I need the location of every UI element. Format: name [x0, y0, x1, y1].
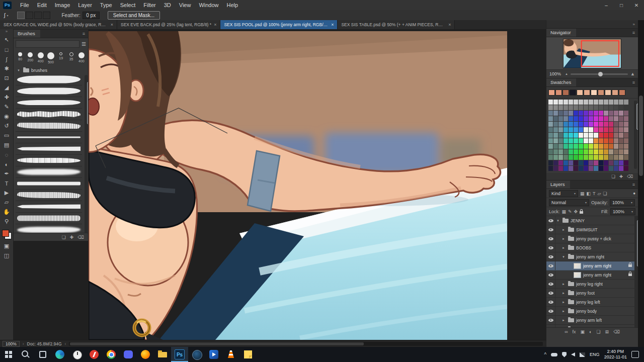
color-swatch[interactable]: [594, 138, 598, 143]
tab-brushes[interactable]: Brushes: [14, 30, 40, 38]
color-swatch[interactable]: [624, 155, 628, 160]
color-swatch[interactable]: [594, 144, 598, 149]
color-swatch[interactable]: [574, 127, 578, 132]
tab-close-icon[interactable]: ×: [111, 22, 113, 27]
color-swatch[interactable]: [553, 122, 558, 127]
color-swatch[interactable]: [584, 127, 588, 132]
expand-arrow-icon[interactable]: ▸: [561, 318, 566, 322]
expand-arrow-icon[interactable]: ▾: [561, 255, 566, 259]
taskbar-task-view-icon[interactable]: [34, 347, 51, 362]
color-swatch[interactable]: [558, 122, 563, 127]
color-swatch[interactable]: [614, 100, 618, 105]
panel-menu-icon[interactable]: ≡: [632, 182, 638, 187]
filter-pixel-layers-icon[interactable]: ▦: [580, 191, 585, 196]
menu-layer[interactable]: Layer: [74, 0, 96, 10]
color-swatch[interactable]: [624, 133, 628, 138]
menu-edit[interactable]: Edit: [33, 0, 51, 10]
expand-arrow-icon[interactable]: ▸: [561, 300, 566, 304]
color-swatch[interactable]: [579, 105, 583, 110]
visibility-toggle[interactable]: [546, 298, 555, 306]
filter-smart-objects-icon[interactable]: ❏: [603, 191, 607, 196]
menu-select[interactable]: Select: [116, 0, 140, 10]
eyedropper-tool[interactable]: ◢: [0, 83, 13, 93]
color-swatch[interactable]: [579, 122, 583, 127]
document-tab[interactable]: SEX EVE BACK.psd @ 25% (lag tent, RGB/8)…: [117, 20, 220, 29]
color-swatch[interactable]: [599, 116, 603, 121]
color-swatch[interactable]: [598, 89, 604, 96]
color-swatch[interactable]: [609, 133, 613, 138]
color-swatch[interactable]: [614, 149, 618, 154]
tray-expand-icon[interactable]: ^: [544, 352, 546, 357]
color-swatch[interactable]: [614, 155, 618, 160]
color-swatch[interactable]: [579, 149, 583, 154]
color-swatch[interactable]: [624, 122, 628, 127]
color-swatch[interactable]: [589, 144, 593, 149]
color-swatch[interactable]: [614, 133, 618, 138]
color-swatch[interactable]: [594, 100, 598, 105]
color-swatch[interactable]: [548, 133, 553, 138]
color-swatch[interactable]: [589, 105, 593, 110]
color-swatch[interactable]: [609, 138, 613, 143]
expand-arrow-icon[interactable]: ▾: [555, 219, 560, 223]
color-swatch[interactable]: [558, 166, 563, 171]
color-swatch[interactable]: [555, 89, 562, 96]
document-tab[interactable]: SEX SIS TABLE.psd @ 50% (+ + ANIM PIECES…: [338, 20, 455, 29]
tab-close-icon[interactable]: ×: [448, 22, 451, 27]
color-swatch[interactable]: [619, 155, 623, 160]
visibility-toggle[interactable]: [546, 270, 555, 279]
color-swatch[interactable]: [594, 149, 598, 154]
color-swatch[interactable]: [574, 100, 578, 105]
filter-shape-layers-icon[interactable]: ▱: [598, 191, 601, 196]
layer-row[interactable]: ▾jenny arm right: [546, 252, 638, 261]
color-swatch[interactable]: [562, 89, 569, 96]
lock-transparency-icon[interactable]: ▦: [562, 209, 567, 214]
vertical-scrollbar[interactable]: [639, 96, 643, 176]
maximize-button[interactable]: □: [614, 3, 629, 8]
gradient-tool[interactable]: ▤: [0, 140, 13, 150]
color-swatch[interactable]: [548, 144, 553, 149]
color-swatch[interactable]: [579, 116, 583, 121]
layer-row[interactable]: ▾JENNY: [546, 216, 638, 225]
visibility-toggle[interactable]: [546, 316, 555, 324]
color-swatch[interactable]: [564, 166, 568, 171]
menu-3d[interactable]: 3D: [160, 0, 175, 10]
color-swatch[interactable]: [624, 166, 628, 171]
clone-stamp-tool[interactable]: ◉: [0, 112, 13, 121]
color-swatch[interactable]: [564, 144, 568, 149]
color-swatch[interactable]: [558, 127, 563, 132]
link-layers-icon[interactable]: ∞: [565, 329, 568, 334]
delete-brush-icon[interactable]: ⌫: [77, 235, 84, 240]
color-swatch[interactable]: [577, 89, 583, 96]
color-swatch[interactable]: [619, 149, 623, 154]
taskbar-notes-icon[interactable]: [239, 347, 257, 362]
color-swatch[interactable]: [624, 100, 628, 105]
color-swatch[interactable]: [609, 127, 613, 132]
brush-stroke-thumbnail[interactable]: [16, 201, 82, 213]
navigator-preview[interactable]: [546, 37, 638, 70]
color-swatch[interactable]: [564, 133, 568, 138]
history-brush-tool[interactable]: ↺: [0, 121, 13, 131]
color-swatch[interactable]: [604, 111, 608, 116]
color-swatch[interactable]: [564, 122, 568, 127]
menu-type[interactable]: Type: [96, 0, 116, 10]
new-layer-icon[interactable]: ⊞: [605, 329, 609, 334]
taskbar-photoshop-icon[interactable]: Ps: [171, 347, 188, 362]
color-swatch[interactable]: [604, 160, 608, 165]
color-swatch[interactable]: [599, 122, 603, 127]
color-swatch[interactable]: [589, 111, 593, 116]
color-swatch[interactable]: [584, 105, 588, 110]
new-brush-icon[interactable]: ✚: [70, 235, 74, 240]
color-swatch[interactable]: [564, 111, 568, 116]
color-swatch[interactable]: [584, 111, 588, 116]
color-swatch[interactable]: [604, 138, 608, 143]
color-swatch[interactable]: [624, 149, 628, 154]
new-selection-button[interactable]: [17, 12, 25, 19]
color-swatch[interactable]: [604, 127, 608, 132]
brush-stroke-thumbnail[interactable]: [16, 132, 82, 143]
color-swatch[interactable]: [599, 160, 603, 165]
menu-window[interactable]: Window: [195, 0, 222, 10]
color-swatch[interactable]: [548, 122, 553, 127]
color-swatch[interactable]: [579, 160, 583, 165]
panel-menu-icon[interactable]: ≡: [632, 30, 638, 35]
color-swatch[interactable]: [599, 111, 603, 116]
